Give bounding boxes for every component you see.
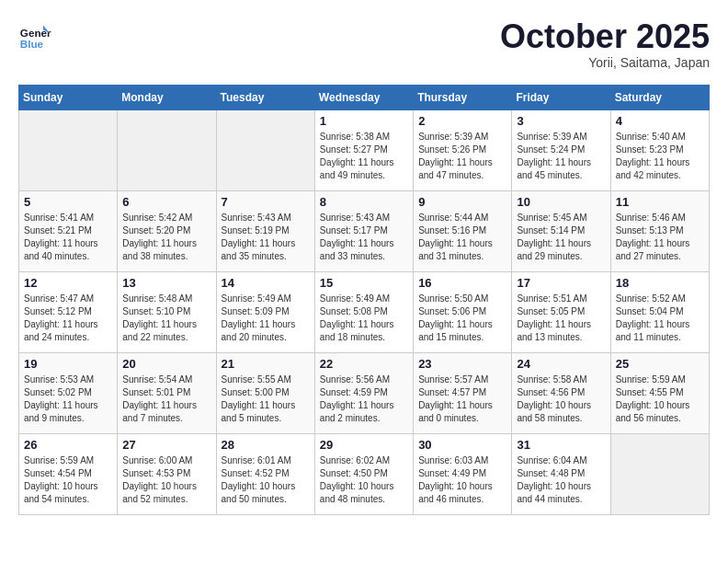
day-info: Sunrise: 5:52 AM Sunset: 5:04 PM Dayligh…: [616, 293, 704, 344]
day-number: 2: [418, 114, 506, 128]
day-number: 29: [320, 438, 408, 452]
calendar-cell: 28Sunrise: 6:01 AM Sunset: 4:52 PM Dayli…: [216, 433, 314, 514]
day-info: Sunrise: 5:53 AM Sunset: 5:02 PM Dayligh…: [24, 373, 112, 425]
calendar-week-row: 5Sunrise: 5:41 AM Sunset: 5:21 PM Daylig…: [19, 190, 710, 271]
calendar-cell: 18Sunrise: 5:52 AM Sunset: 5:04 PM Dayli…: [610, 271, 709, 352]
calendar-week-row: 19Sunrise: 5:53 AM Sunset: 5:02 PM Dayli…: [19, 352, 710, 433]
calendar-cell: 14Sunrise: 5:49 AM Sunset: 5:09 PM Dayli…: [216, 271, 314, 352]
weekday-header: Thursday: [414, 85, 512, 109]
calendar-cell: 17Sunrise: 5:51 AM Sunset: 5:05 PM Dayli…: [512, 271, 610, 352]
logo: General Blue: [18, 18, 51, 52]
title-block: October 2025 Yorii, Saitama, Japan: [500, 18, 710, 70]
day-info: Sunrise: 5:39 AM Sunset: 5:26 PM Dayligh…: [418, 131, 506, 182]
day-number: 5: [24, 195, 112, 209]
day-number: 15: [320, 276, 408, 290]
day-info: Sunrise: 5:49 AM Sunset: 5:09 PM Dayligh…: [222, 293, 310, 344]
day-info: Sunrise: 5:56 AM Sunset: 4:59 PM Dayligh…: [320, 373, 408, 425]
day-number: 14: [222, 276, 310, 290]
calendar-cell: [19, 109, 118, 190]
calendar-cell: 13Sunrise: 5:48 AM Sunset: 5:10 PM Dayli…: [118, 271, 216, 352]
day-info: Sunrise: 5:59 AM Sunset: 4:55 PM Dayligh…: [616, 373, 704, 425]
calendar-cell: 8Sunrise: 5:43 AM Sunset: 5:17 PM Daylig…: [314, 190, 413, 271]
day-info: Sunrise: 5:46 AM Sunset: 5:13 PM Dayligh…: [616, 212, 704, 263]
calendar-cell: 29Sunrise: 6:02 AM Sunset: 4:50 PM Dayli…: [314, 433, 413, 514]
calendar-cell: 7Sunrise: 5:43 AM Sunset: 5:19 PM Daylig…: [216, 190, 314, 271]
day-info: Sunrise: 5:49 AM Sunset: 5:08 PM Dayligh…: [320, 293, 408, 344]
day-info: Sunrise: 5:50 AM Sunset: 5:06 PM Dayligh…: [418, 293, 506, 344]
day-info: Sunrise: 6:00 AM Sunset: 4:53 PM Dayligh…: [122, 454, 210, 506]
day-number: 6: [122, 195, 210, 209]
day-number: 25: [616, 357, 704, 371]
page-header: General Blue October 2025 Yorii, Saitama…: [18, 18, 710, 70]
day-info: Sunrise: 5:44 AM Sunset: 5:16 PM Dayligh…: [418, 212, 506, 263]
calendar-cell: 12Sunrise: 5:47 AM Sunset: 5:12 PM Dayli…: [19, 271, 118, 352]
day-number: 8: [320, 195, 408, 209]
day-info: Sunrise: 5:59 AM Sunset: 4:54 PM Dayligh…: [24, 454, 112, 506]
day-info: Sunrise: 5:51 AM Sunset: 5:05 PM Dayligh…: [517, 293, 605, 344]
day-number: 31: [517, 438, 605, 452]
weekday-header: Saturday: [610, 85, 709, 109]
day-info: Sunrise: 5:43 AM Sunset: 5:19 PM Dayligh…: [222, 212, 310, 263]
day-info: Sunrise: 5:41 AM Sunset: 5:21 PM Dayligh…: [24, 212, 112, 263]
calendar-cell: 3Sunrise: 5:39 AM Sunset: 5:24 PM Daylig…: [512, 109, 610, 190]
weekday-header: Monday: [118, 85, 216, 109]
day-info: Sunrise: 5:45 AM Sunset: 5:14 PM Dayligh…: [517, 212, 605, 263]
calendar-cell: 5Sunrise: 5:41 AM Sunset: 5:21 PM Daylig…: [19, 190, 118, 271]
day-number: 12: [24, 276, 112, 290]
calendar-cell: 26Sunrise: 5:59 AM Sunset: 4:54 PM Dayli…: [19, 433, 118, 514]
calendar-cell: 20Sunrise: 5:54 AM Sunset: 5:01 PM Dayli…: [118, 352, 216, 433]
calendar-cell: 24Sunrise: 5:58 AM Sunset: 4:56 PM Dayli…: [512, 352, 610, 433]
calendar-cell: 9Sunrise: 5:44 AM Sunset: 5:16 PM Daylig…: [414, 190, 512, 271]
day-info: Sunrise: 5:40 AM Sunset: 5:23 PM Dayligh…: [616, 131, 704, 182]
calendar-cell: 1Sunrise: 5:38 AM Sunset: 5:27 PM Daylig…: [314, 109, 413, 190]
calendar-cell: 15Sunrise: 5:49 AM Sunset: 5:08 PM Dayli…: [314, 271, 413, 352]
weekday-header: Tuesday: [216, 85, 314, 109]
day-number: 20: [122, 357, 210, 371]
day-info: Sunrise: 5:58 AM Sunset: 4:56 PM Dayligh…: [517, 373, 605, 425]
day-number: 23: [418, 357, 506, 371]
calendar-cell: [216, 109, 314, 190]
day-info: Sunrise: 5:42 AM Sunset: 5:20 PM Dayligh…: [122, 212, 210, 263]
day-info: Sunrise: 5:55 AM Sunset: 5:00 PM Dayligh…: [222, 373, 310, 425]
weekday-header: Wednesday: [314, 85, 413, 109]
weekday-header: Friday: [512, 85, 610, 109]
day-number: 4: [616, 114, 704, 128]
calendar-cell: 16Sunrise: 5:50 AM Sunset: 5:06 PM Dayli…: [414, 271, 512, 352]
weekday-header: Sunday: [19, 85, 118, 109]
calendar-cell: 11Sunrise: 5:46 AM Sunset: 5:13 PM Dayli…: [610, 190, 709, 271]
calendar-table: SundayMondayTuesdayWednesdayThursdayFrid…: [18, 85, 710, 515]
calendar-cell: 27Sunrise: 6:00 AM Sunset: 4:53 PM Dayli…: [118, 433, 216, 514]
calendar-body: 1Sunrise: 5:38 AM Sunset: 5:27 PM Daylig…: [19, 109, 710, 514]
calendar-cell: 25Sunrise: 5:59 AM Sunset: 4:55 PM Dayli…: [610, 352, 709, 433]
calendar-cell: 2Sunrise: 5:39 AM Sunset: 5:26 PM Daylig…: [414, 109, 512, 190]
day-number: 7: [222, 195, 310, 209]
day-number: 30: [418, 438, 506, 452]
day-number: 9: [418, 195, 506, 209]
day-info: Sunrise: 6:02 AM Sunset: 4:50 PM Dayligh…: [320, 454, 408, 506]
day-info: Sunrise: 5:38 AM Sunset: 5:27 PM Dayligh…: [320, 131, 408, 182]
location: Yorii, Saitama, Japan: [500, 55, 710, 70]
day-info: Sunrise: 6:03 AM Sunset: 4:49 PM Dayligh…: [418, 454, 506, 506]
day-info: Sunrise: 5:54 AM Sunset: 5:01 PM Dayligh…: [122, 373, 210, 425]
day-number: 21: [222, 357, 310, 371]
calendar-cell: 19Sunrise: 5:53 AM Sunset: 5:02 PM Dayli…: [19, 352, 118, 433]
day-number: 16: [418, 276, 506, 290]
day-info: Sunrise: 5:43 AM Sunset: 5:17 PM Dayligh…: [320, 212, 408, 263]
day-info: Sunrise: 6:01 AM Sunset: 4:52 PM Dayligh…: [222, 454, 310, 506]
calendar-cell: 23Sunrise: 5:57 AM Sunset: 4:57 PM Dayli…: [414, 352, 512, 433]
calendar-week-row: 1Sunrise: 5:38 AM Sunset: 5:27 PM Daylig…: [19, 109, 710, 190]
day-info: Sunrise: 5:47 AM Sunset: 5:12 PM Dayligh…: [24, 293, 112, 344]
day-number: 24: [517, 357, 605, 371]
day-info: Sunrise: 5:48 AM Sunset: 5:10 PM Dayligh…: [122, 293, 210, 344]
calendar-cell: 4Sunrise: 5:40 AM Sunset: 5:23 PM Daylig…: [610, 109, 709, 190]
day-number: 28: [222, 438, 310, 452]
calendar-week-row: 12Sunrise: 5:47 AM Sunset: 5:12 PM Dayli…: [19, 271, 710, 352]
day-number: 19: [24, 357, 112, 371]
calendar-cell: [610, 433, 709, 514]
calendar-cell: 21Sunrise: 5:55 AM Sunset: 5:00 PM Dayli…: [216, 352, 314, 433]
calendar-cell: 6Sunrise: 5:42 AM Sunset: 5:20 PM Daylig…: [118, 190, 216, 271]
day-number: 17: [517, 276, 605, 290]
svg-text:Blue: Blue: [20, 38, 44, 50]
calendar-cell: [118, 109, 216, 190]
day-number: 11: [616, 195, 704, 209]
